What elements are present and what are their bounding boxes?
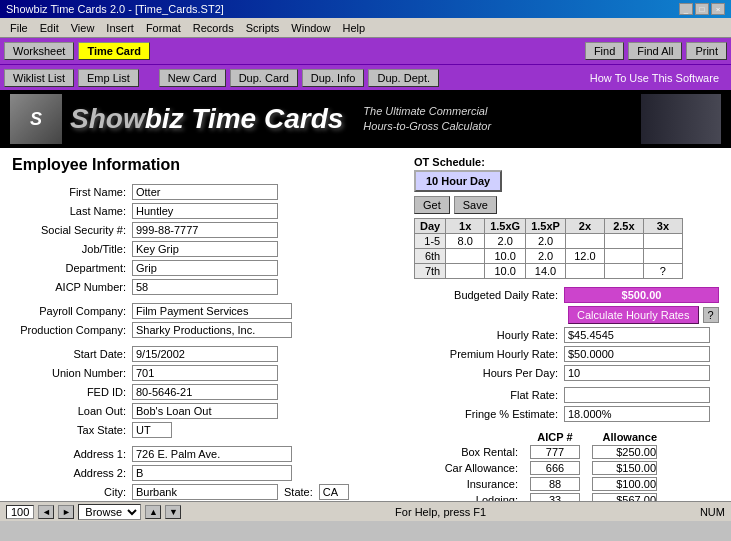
address1-row: Address 1: (12, 446, 398, 462)
nav-up-button[interactable]: ▲ (145, 505, 161, 519)
hourly-rate-input[interactable] (564, 327, 710, 343)
production-row: Production Company: (12, 322, 398, 338)
ot-cell[interactable] (446, 234, 485, 249)
fringe-input[interactable] (564, 406, 710, 422)
nav-next-button[interactable]: ► (58, 505, 74, 519)
dup-dept-button[interactable]: Dup. Dept. (368, 69, 439, 87)
ot-cell[interactable] (526, 264, 566, 279)
worksheet-button[interactable]: Worksheet (4, 42, 74, 60)
menu-file[interactable]: File (4, 20, 34, 36)
ot-cell[interactable] (604, 249, 643, 264)
menu-insert[interactable]: Insert (100, 20, 140, 36)
payroll-input[interactable] (132, 303, 292, 319)
calculate-hourly-button[interactable]: Calculate Hourly Rates (568, 306, 699, 324)
dup-card-button[interactable]: Dup. Card (230, 69, 298, 87)
address2-input[interactable] (132, 465, 292, 481)
window-controls[interactable]: _ □ × (679, 3, 725, 15)
menu-view[interactable]: View (65, 20, 101, 36)
menu-window[interactable]: Window (285, 20, 336, 36)
ot-cell[interactable] (485, 264, 526, 279)
box-rental-label: Box Rental: (414, 444, 524, 460)
box-rental-amount[interactable] (586, 444, 663, 460)
left-panel: Employee Information First Name: Last Na… (12, 156, 398, 493)
ot-cell[interactable] (604, 264, 643, 279)
insurance-aicp[interactable] (524, 476, 586, 492)
ot-day-button[interactable]: 10 Hour Day (414, 170, 502, 192)
city-label: City: (12, 486, 132, 498)
hours-per-day-input[interactable] (564, 365, 710, 381)
production-input[interactable] (132, 322, 292, 338)
lodging-amount[interactable] (586, 492, 663, 501)
ot-col-1x: 1x (446, 219, 485, 234)
allow-col-aicp: AICP # (524, 430, 586, 444)
status-bar: 100 ◄ ► Browse Find ▲ ▼ For Help, press … (0, 501, 731, 521)
ot-cell[interactable] (526, 249, 566, 264)
menu-edit[interactable]: Edit (34, 20, 65, 36)
ot-table: Day 1x 1.5xG 1.5xP 2x 2.5x 3x 1-5 (414, 218, 683, 279)
find-button[interactable]: Find (585, 42, 624, 60)
department-label: Department: (12, 262, 132, 274)
print-button[interactable]: Print (686, 42, 727, 60)
box-rental-aicp[interactable] (524, 444, 586, 460)
ot-cell[interactable] (565, 264, 604, 279)
start-date-input[interactable] (132, 346, 278, 362)
browse-select[interactable]: Browse Find (78, 504, 141, 520)
premium-rate-input[interactable] (564, 346, 710, 362)
lodging-aicp[interactable] (524, 492, 586, 501)
ssn-input[interactable] (132, 222, 278, 238)
ot-cell[interactable] (446, 249, 485, 264)
ot-cell[interactable] (643, 234, 682, 249)
menu-help[interactable]: Help (336, 20, 371, 36)
aicp-number-input[interactable] (132, 279, 278, 295)
ot-get-button[interactable]: Get (414, 196, 450, 214)
ot-row-6th: 6th (415, 249, 683, 264)
dup-info-button[interactable]: Dup. Info (302, 69, 365, 87)
minimize-button[interactable]: _ (679, 3, 693, 15)
nav-down-button[interactable]: ▼ (165, 505, 181, 519)
job-title-input[interactable] (132, 241, 278, 257)
close-button[interactable]: × (711, 3, 725, 15)
budgeted-daily-input[interactable] (564, 287, 719, 303)
time-card-button[interactable]: Time Card (78, 42, 150, 60)
first-name-input[interactable] (132, 184, 278, 200)
menu-records[interactable]: Records (187, 20, 240, 36)
ot-cell[interactable] (485, 249, 526, 264)
ot-save-button[interactable]: Save (454, 196, 497, 214)
department-input[interactable] (132, 260, 278, 276)
loan-out-input[interactable] (132, 403, 278, 419)
emp-list-button[interactable]: Emp List (78, 69, 139, 87)
ot-cell[interactable] (643, 249, 682, 264)
ot-cell[interactable] (526, 234, 566, 249)
state-input[interactable] (319, 484, 349, 500)
ot-cell[interactable] (485, 234, 526, 249)
tax-state-input[interactable] (132, 422, 172, 438)
city-input[interactable] (132, 484, 278, 500)
address1-input[interactable] (132, 446, 292, 462)
nav-prev-button[interactable]: ◄ (38, 505, 54, 519)
union-input[interactable] (132, 365, 278, 381)
ot-cell[interactable] (565, 234, 604, 249)
how-to-text: How To Use This Software (590, 72, 727, 84)
new-card-button[interactable]: New Card (159, 69, 226, 87)
address1-label: Address 1: (12, 448, 132, 460)
find-all-button[interactable]: Find All (628, 42, 682, 60)
last-name-input[interactable] (132, 203, 278, 219)
calc-help-icon[interactable]: ? (703, 307, 719, 323)
fed-id-input[interactable] (132, 384, 278, 400)
ot-cell[interactable] (446, 264, 485, 279)
menu-scripts[interactable]: Scripts (240, 20, 286, 36)
ot-cell[interactable] (565, 249, 604, 264)
section-title: Employee Information (12, 156, 398, 174)
allow-col-label (414, 430, 524, 444)
hours-per-day-row: Hours Per Day: (414, 365, 719, 381)
ssn-row: Social Security #: (12, 222, 398, 238)
car-allow-aicp[interactable] (524, 460, 586, 476)
maximize-button[interactable]: □ (695, 3, 709, 15)
insurance-amount[interactable] (586, 476, 663, 492)
car-allow-amount[interactable] (586, 460, 663, 476)
ot-cell[interactable] (604, 234, 643, 249)
wiklist-list-button[interactable]: Wiklist List (4, 69, 74, 87)
flat-rate-input[interactable] (564, 387, 710, 403)
menu-format[interactable]: Format (140, 20, 187, 36)
job-title-label: Job/Title: (12, 243, 132, 255)
